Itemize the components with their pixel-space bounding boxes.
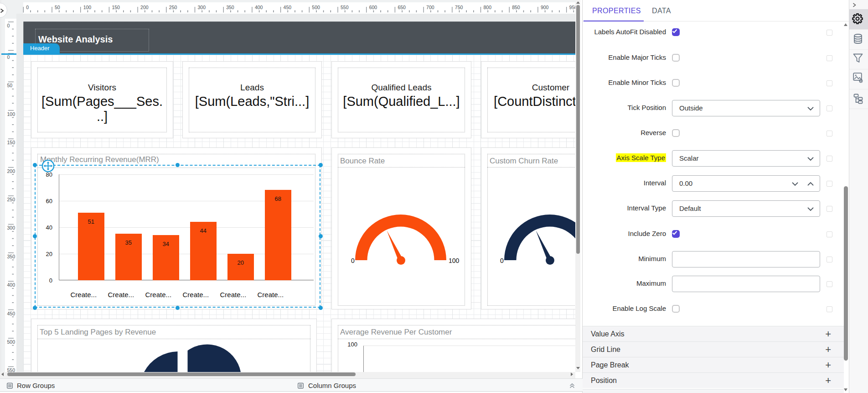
svg-text:0: 0 [7,54,10,60]
svg-text:50: 50 [55,5,60,10]
svg-text:150: 150 [7,140,16,145]
svg-text:100: 100 [83,5,92,10]
svg-text:450: 450 [7,311,16,316]
svg-text:250: 250 [169,5,177,10]
svg-text:500: 500 [7,339,16,345]
svg-text:400: 400 [7,282,16,288]
svg-text:950: 950 [569,5,575,10]
svg-text:300: 300 [198,5,206,10]
svg-text:0: 0 [7,23,10,28]
svg-text:750: 750 [455,5,463,10]
svg-text:850: 850 [512,5,520,10]
svg-text:200: 200 [7,168,16,174]
svg-text:0: 0 [26,5,29,10]
svg-text:550: 550 [341,5,349,10]
svg-text:350: 350 [226,5,234,10]
svg-text:400: 400 [255,5,263,10]
svg-text:650: 650 [398,5,406,10]
svg-text:300: 300 [7,225,16,231]
svg-text:800: 800 [484,5,492,10]
svg-text:150: 150 [112,5,120,10]
svg-text:250: 250 [7,197,16,202]
svg-text:600: 600 [369,5,377,10]
svg-text:350: 350 [7,254,16,259]
svg-text:900: 900 [541,5,549,10]
svg-text:500: 500 [312,5,320,10]
svg-text:50: 50 [7,83,13,88]
svg-text:550: 550 [7,367,16,372]
svg-text:450: 450 [284,5,292,10]
svg-text:700: 700 [426,5,434,10]
svg-text:200: 200 [140,5,149,10]
